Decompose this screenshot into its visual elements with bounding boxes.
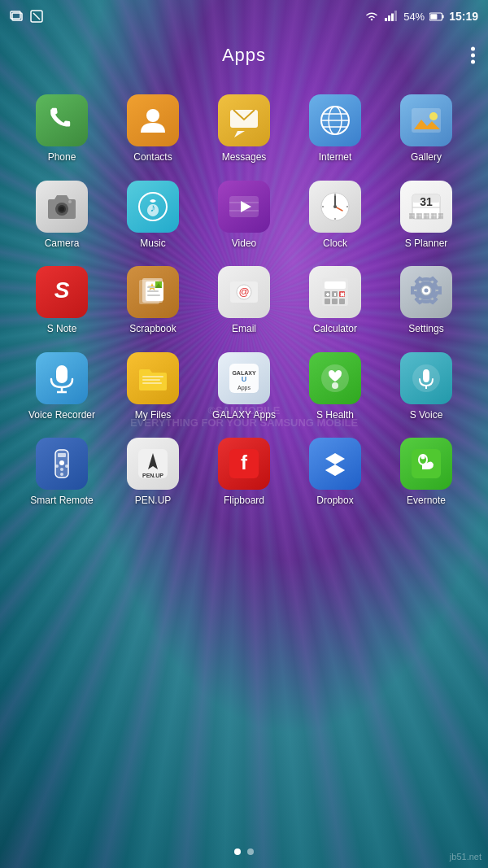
app-camera[interactable]: Camera <box>23 181 101 251</box>
svg-rect-74 <box>56 365 68 383</box>
svoice-label: S Voice <box>410 409 443 422</box>
phone-label: Phone <box>48 151 76 164</box>
snote-label: S Note <box>47 323 77 336</box>
svg-rect-63 <box>332 299 338 304</box>
app-evernote[interactable]: Evernote <box>387 438 465 508</box>
status-bar: 54% 15:19 <box>0 0 488 33</box>
app-row-5: Smart Remote PEN.UP PEN.UP f <box>16 430 472 516</box>
dropbox-label: Dropbox <box>316 495 353 508</box>
camera-label: Camera <box>45 238 80 251</box>
svg-rect-5 <box>388 15 390 21</box>
camera-icon <box>36 181 88 233</box>
clock-label: Clock <box>323 238 347 251</box>
svg-rect-62 <box>325 299 330 304</box>
app-header: Apps <box>0 33 488 78</box>
battery-icon <box>429 9 444 24</box>
svg-point-93 <box>65 465 68 468</box>
app-video[interactable]: Video <box>205 181 283 251</box>
app-contacts[interactable]: Contacts <box>114 94 192 164</box>
flipboard-icon: f <box>218 438 270 490</box>
dot3 <box>471 60 475 64</box>
calculator-icon <box>309 266 361 318</box>
signal-icon <box>384 9 399 24</box>
bottom-watermark: jb51.net <box>450 852 481 861</box>
svg-rect-78 <box>142 379 160 381</box>
svg-point-73 <box>425 289 429 293</box>
status-right-icons: 54% 15:19 <box>364 9 478 24</box>
gallery-label: Gallery <box>411 151 442 164</box>
penup-icon: PEN.UP <box>127 438 179 490</box>
svg-text:S: S <box>54 277 70 303</box>
shealth-icon <box>309 352 361 404</box>
app-splanner[interactable]: 31 ▦▦▦▦▦ S Planner <box>387 181 465 251</box>
shealth-label: S Health <box>316 409 354 422</box>
app-voicerecorder[interactable]: Voice Recorder <box>23 352 101 422</box>
voicerecorder-icon <box>36 352 88 404</box>
status-left-icons <box>10 9 44 24</box>
page-dot-1[interactable] <box>234 848 241 855</box>
svg-point-92 <box>55 465 59 468</box>
svg-text:f: f <box>241 451 248 473</box>
galaxyapps-label: GALAXY Apps <box>212 409 276 422</box>
svg-point-90 <box>59 460 64 465</box>
app-clock[interactable]: Clock <box>296 181 374 251</box>
more-options-button[interactable] <box>471 47 475 64</box>
app-phone[interactable]: Phone <box>23 94 101 164</box>
svg-rect-58 <box>325 281 346 289</box>
svg-rect-79 <box>142 382 162 384</box>
app-settings[interactable]: Settings <box>387 266 465 336</box>
smartremote-label: Smart Remote <box>30 495 93 508</box>
app-row-3: S S Note <box>16 258 472 344</box>
svg-point-85 <box>332 382 338 389</box>
app-row-1: Phone Contacts <box>16 86 472 172</box>
internet-label: Internet <box>319 151 352 164</box>
apps-grid: Phone Contacts <box>0 78 488 842</box>
app-smartremote[interactable]: Smart Remote <box>23 438 101 508</box>
app-music[interactable]: ♪ Music <box>114 181 192 251</box>
settings-icon <box>400 266 452 318</box>
app-row-4: Voice Recorder My Files GAL <box>16 344 472 430</box>
svg-rect-6 <box>391 14 394 22</box>
app-flipboard[interactable]: f Flipboard <box>205 438 283 508</box>
dot1 <box>471 47 475 51</box>
app-myfiles[interactable]: My Files <box>114 352 192 422</box>
svg-rect-50 <box>147 290 159 292</box>
evernote-icon <box>400 438 452 490</box>
app-shealth[interactable]: S Health <box>296 352 374 422</box>
page-dot-2[interactable] <box>247 848 254 855</box>
app-gallery[interactable]: Gallery <box>387 94 465 164</box>
app-calculator[interactable]: Calculator <box>296 266 374 336</box>
email-icon: @ <box>218 266 270 318</box>
evernote-label: Evernote <box>407 495 446 508</box>
svg-rect-10 <box>430 14 437 20</box>
penup-label: PEN.UP <box>135 495 172 508</box>
app-dropbox[interactable]: Dropbox <box>296 438 374 508</box>
app-scrapbook[interactable]: Scrapbook <box>114 266 192 336</box>
app-penup[interactable]: PEN.UP PEN.UP <box>114 438 192 508</box>
internet-icon <box>309 94 361 146</box>
svg-rect-9 <box>442 15 444 18</box>
messages-icon <box>218 94 270 146</box>
battery-percentage: 54% <box>403 11 425 23</box>
svg-text:31: 31 <box>420 195 433 208</box>
svoice-icon <box>400 352 452 404</box>
smartremote-icon <box>36 438 88 490</box>
app-svoice[interactable]: S Voice <box>387 352 465 422</box>
wifi-icon <box>364 9 379 24</box>
svg-rect-89 <box>58 453 66 457</box>
svg-line-3 <box>33 13 40 20</box>
app-row-2: Camera ♪ Music <box>16 172 472 259</box>
svg-point-23 <box>68 200 72 203</box>
scrapbook-label: Scrapbook <box>129 323 176 336</box>
gallery-icon <box>400 94 452 146</box>
app-galaxyapps[interactable]: GALAXY U Apps GALAXY Apps <box>205 352 283 422</box>
quiet-mode-icon <box>29 9 44 24</box>
svg-text:PEN.UP: PEN.UP <box>142 473 163 478</box>
app-internet[interactable]: Internet <box>296 94 374 164</box>
app-snote[interactable]: S S Note <box>23 266 101 336</box>
myfiles-icon <box>127 352 179 404</box>
app-messages[interactable]: Messages <box>205 94 283 164</box>
app-email[interactable]: @ Email <box>205 266 283 336</box>
svg-rect-7 <box>394 11 397 21</box>
svg-rect-4 <box>385 18 387 21</box>
